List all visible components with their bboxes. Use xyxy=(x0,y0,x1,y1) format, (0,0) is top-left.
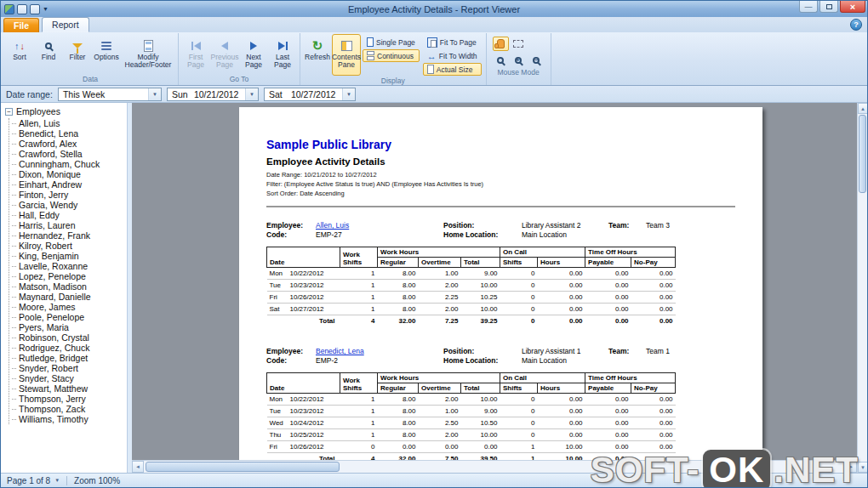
tree-item-employee[interactable]: Williams, Timothy xyxy=(12,414,127,424)
tree-item-employee[interactable]: Crawford, Stella xyxy=(12,149,127,159)
zoom-out-button[interactable] xyxy=(528,53,545,67)
col-header-work-shifts: Work Shifts xyxy=(340,373,378,394)
tree-item-employee[interactable]: Snyder, Stacy xyxy=(12,373,127,383)
contents-pane-button[interactable]: Contents Pane xyxy=(332,34,361,76)
modify-header-footer-button[interactable]: Modify Header/Footer xyxy=(121,34,175,74)
app-icon xyxy=(4,4,14,14)
fit-to-width-button[interactable]: ↔ Fit To Width xyxy=(423,49,482,62)
cell-date: Sat10/27/2012 xyxy=(267,304,340,315)
employee-name-link[interactable]: Benedict, Lena xyxy=(316,347,443,356)
cell-value: 1 xyxy=(500,441,538,453)
actual-size-button[interactable]: Actual Size xyxy=(423,63,482,76)
tree-item-employee[interactable]: Finton, Jerry xyxy=(12,190,127,200)
minimize-button[interactable]: — xyxy=(799,1,818,13)
find-button[interactable]: Find xyxy=(34,34,63,74)
tree-item-employee[interactable]: Lavelle, Roxanne xyxy=(12,261,127,271)
total-value: 4 xyxy=(340,315,378,327)
sort-button[interactable]: ↑↓ Sort xyxy=(5,34,34,74)
tree-item-employee[interactable]: Allen, Luis xyxy=(12,118,127,128)
tree-item-employee[interactable]: Rutledge, Bridget xyxy=(12,353,127,363)
tree-item-employee[interactable]: Garcia, Wendy xyxy=(12,200,127,210)
tree-item-employee[interactable]: Kilroy, Robert xyxy=(12,241,127,251)
total-value: 0.00 xyxy=(631,315,676,327)
end-date-dropdown-icon[interactable]: ▼ xyxy=(342,88,355,100)
ribbon-group-goto: First Page Previous Page Next Page Last … xyxy=(179,33,300,85)
date-preset-dropdown-icon[interactable]: ▼ xyxy=(148,88,161,100)
single-page-button[interactable]: Single Page xyxy=(363,36,420,48)
quick-access-icon-2[interactable] xyxy=(30,4,40,14)
cell-value: 0.00 xyxy=(631,268,676,280)
tree-item-employee[interactable]: Einhart, Andrew xyxy=(12,179,127,190)
scroll-left-arrow[interactable]: ◄ xyxy=(132,461,144,473)
zoom-in-button[interactable] xyxy=(511,53,527,67)
tree-item-employee[interactable]: Harris, Lauren xyxy=(12,220,127,230)
tree-item-employee[interactable]: Rodriguez, Chuck xyxy=(12,343,127,353)
tree-item-employee[interactable]: Pyers, Maria xyxy=(12,322,127,332)
tree-item-employee[interactable]: Dixon, Monique xyxy=(12,169,127,179)
cell-date: Mon10/22/2012 xyxy=(267,268,340,280)
start-date-picker[interactable]: Sun 10/21/2012 ▼ xyxy=(167,88,259,101)
continuous-button[interactable]: Continuous xyxy=(363,49,420,62)
end-date-picker[interactable]: Sat 10/27/2012 ▼ xyxy=(264,88,356,101)
col-header-no-pay: No-Pay xyxy=(631,258,676,268)
page-indicator[interactable]: Page 1 of 8 xyxy=(7,476,50,485)
ribbon-tab-row: File Report ? xyxy=(1,17,867,32)
close-button[interactable]: × xyxy=(840,1,865,13)
tree-root-employees[interactable]: − Employees xyxy=(1,103,127,117)
date-preset-select[interactable]: This Week ▼ xyxy=(58,88,162,101)
cell-date: Mon10/22/2012 xyxy=(267,394,340,406)
refresh-button[interactable]: ↻ Refresh xyxy=(303,34,332,76)
page-indicator-dropdown-icon[interactable]: ▼ xyxy=(54,478,60,483)
filter-button[interactable]: Filter xyxy=(63,34,92,74)
report-viewport: Sample Public Library Employee Activity … xyxy=(132,103,857,473)
tree-item-employee[interactable]: Lopez, Penelope xyxy=(12,271,127,281)
tree-item-employee[interactable]: Crawford, Alex xyxy=(12,139,127,149)
first-page-button[interactable]: First Page xyxy=(181,34,210,74)
tree-item-employee[interactable]: King, Benjamin xyxy=(12,251,127,261)
fit-to-page-button[interactable]: Fit To Page xyxy=(423,36,482,48)
cell-value: 1 xyxy=(340,417,378,429)
team-label: Team: xyxy=(608,221,646,230)
vertical-scrollbar-thumb[interactable] xyxy=(859,115,866,193)
help-button[interactable]: ? xyxy=(850,19,862,31)
tree-collapse-icon[interactable]: − xyxy=(5,108,13,116)
tree-item-employee[interactable]: Robinson, Crystal xyxy=(12,332,127,343)
tree-item-employee[interactable]: Moore, James xyxy=(12,302,127,312)
actual-size-label: Actual Size xyxy=(437,65,473,74)
tree-item-employee[interactable]: Matson, Madison xyxy=(12,281,127,292)
tree-item-employee[interactable]: Poole, Penelope xyxy=(12,312,127,322)
scroll-up-arrow[interactable]: ▲ xyxy=(858,103,868,114)
maximize-button[interactable] xyxy=(819,1,838,13)
group-header-work-hours: Work Hours xyxy=(378,373,500,383)
last-page-button[interactable]: Last Page xyxy=(268,34,297,74)
quick-access-icon[interactable] xyxy=(17,4,27,14)
tree-item-employee[interactable]: Stewart, Matthew xyxy=(12,383,127,394)
tree-item-employee[interactable]: Thompson, Zack xyxy=(12,404,127,414)
tree-item-employee[interactable]: Hernandez, Frank xyxy=(12,230,127,241)
previous-page-button[interactable]: Previous Page xyxy=(210,34,239,74)
tree-root-label: Employees xyxy=(16,106,60,116)
tree-item-employee[interactable]: Snyder, Robert xyxy=(12,363,127,373)
tab-report[interactable]: Report xyxy=(42,17,89,32)
options-button[interactable]: Options xyxy=(92,34,121,74)
horizontal-scrollbar-thumb[interactable] xyxy=(146,462,340,472)
zoom-mode-button[interactable] xyxy=(493,53,509,67)
tree-item-employee[interactable]: Hall, Eddy xyxy=(12,210,127,220)
tab-file[interactable]: File xyxy=(3,18,39,32)
tree-item-employee[interactable]: Thompson, Jerry xyxy=(12,394,127,404)
tree-item-employee[interactable]: Maynard, Danielle xyxy=(12,292,127,302)
cell-date-text: 10/25/2012 xyxy=(290,431,324,439)
tree-item-employee[interactable]: Benedict, Lena xyxy=(12,128,127,139)
activity-total-row: Total432.007.2539.2500.000.000.00 xyxy=(267,315,676,327)
tree-item-employee[interactable]: Cunningham, Chuck xyxy=(12,159,127,169)
vertical-scrollbar[interactable]: ▲ ▼ xyxy=(857,103,867,473)
scroll-down-arrow[interactable]: ▼ xyxy=(858,462,868,473)
quick-access-dropdown-icon[interactable]: ▼ xyxy=(43,6,49,12)
next-page-button[interactable]: Next Page xyxy=(239,34,268,74)
pan-mode-button[interactable] xyxy=(493,37,509,51)
start-date-dropdown-icon[interactable]: ▼ xyxy=(245,88,258,100)
selection-mode-button[interactable] xyxy=(511,37,527,51)
employee-name-link[interactable]: Allen, Luis xyxy=(316,221,443,230)
cell-value: 0.00 xyxy=(538,406,585,417)
last-page-label: Last Page xyxy=(269,54,296,69)
